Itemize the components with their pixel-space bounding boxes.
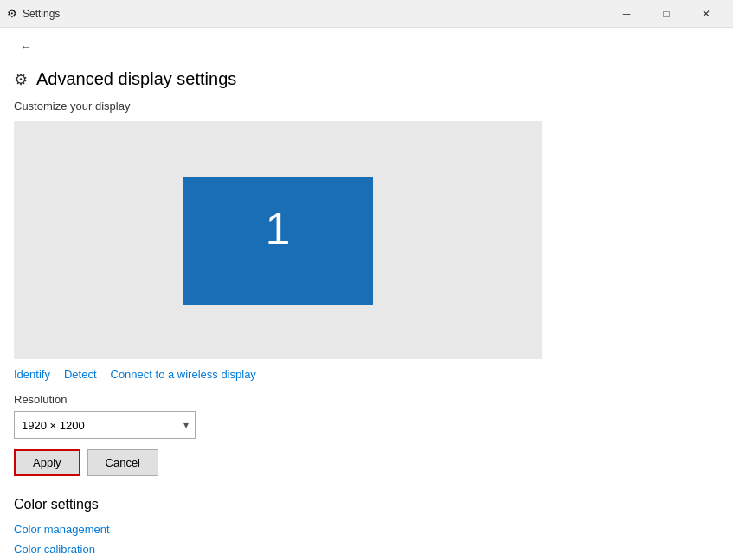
minimize-button[interactable]: ─ (607, 0, 646, 28)
nav-bar: ← (0, 28, 733, 66)
resolution-label: Resolution (14, 393, 719, 406)
monitor-number: 1 (266, 203, 291, 254)
title-bar-controls: ─ □ ✕ (607, 0, 726, 28)
page-gear-icon: ⚙ (14, 70, 28, 89)
detect-link[interactable]: Detect (64, 368, 97, 381)
cancel-button[interactable]: Cancel (87, 449, 158, 476)
monitor-box: 1 (183, 177, 373, 305)
color-settings-title: Color settings (14, 497, 719, 512)
title-bar: ⚙ Settings ─ □ ✕ (0, 0, 733, 28)
maximize-button[interactable]: □ (646, 0, 686, 28)
color-calibration-link[interactable]: Color calibration (14, 543, 719, 556)
display-preview: 1 (14, 121, 542, 359)
links-row: Identify Detect Connect to a wireless di… (14, 368, 719, 381)
resolution-select[interactable]: 1920 × 1200 1920 × 1080 1680 × 1050 1600… (14, 411, 196, 439)
customize-label: Customize your display (14, 100, 719, 113)
buttons-row: Apply Cancel (14, 449, 719, 476)
back-button[interactable]: ← (14, 35, 38, 59)
resolution-select-wrapper: 1920 × 1200 1920 × 1080 1680 × 1050 1600… (14, 411, 196, 439)
page-header: ⚙ Advanced display settings (0, 66, 733, 100)
close-button[interactable]: ✕ (686, 0, 726, 28)
main-body: Customize your display 1 Identify Detect… (0, 100, 733, 560)
title-bar-title: Settings (23, 8, 60, 20)
color-management-link[interactable]: Color management (14, 523, 719, 536)
page-title: Advanced display settings (36, 69, 236, 89)
content-area: ← ⚙ Advanced display settings Customize … (0, 28, 733, 560)
settings-icon: ⚙ (7, 7, 17, 20)
identify-link[interactable]: Identify (14, 368, 50, 381)
apply-button[interactable]: Apply (14, 449, 80, 476)
title-bar-left: ⚙ Settings (7, 7, 60, 20)
wireless-link[interactable]: Connect to a wireless display (111, 368, 256, 381)
